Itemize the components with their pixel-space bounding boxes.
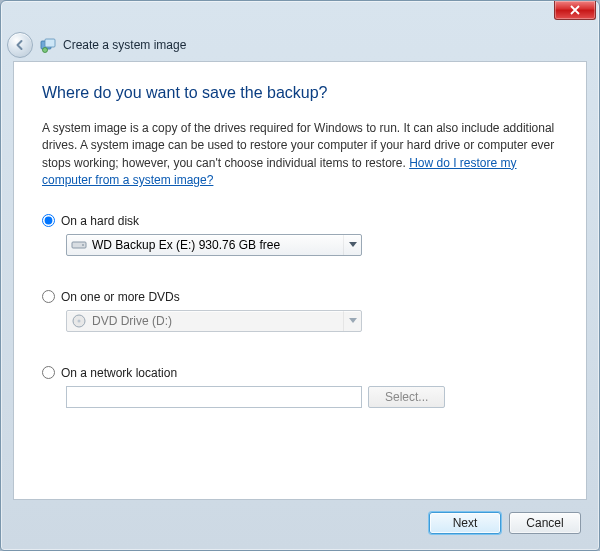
wizard-window: Create a system image Where do you want … <box>0 0 600 551</box>
titlebar <box>1 1 599 29</box>
radio-dvd[interactable] <box>42 290 55 303</box>
radio-network[interactable] <box>42 366 55 379</box>
footer-buttons: Next Cancel <box>13 506 587 540</box>
option-network: On a network location Select... <box>42 366 558 408</box>
content-area: Where do you want to save the backup? A … <box>13 61 587 500</box>
label-dvd: On one or more DVDs <box>61 290 180 304</box>
combo-dvd-value: DVD Drive (D:) <box>92 314 172 328</box>
svg-point-2 <box>43 48 48 53</box>
svg-rect-3 <box>72 242 86 248</box>
select-network-button[interactable]: Select... <box>368 386 445 408</box>
back-button[interactable] <box>7 32 33 58</box>
combo-hard-disk[interactable]: WD Backup Ex (E:) 930.76 GB free <box>66 234 362 256</box>
dvd-drive-icon <box>71 313 87 329</box>
system-image-icon <box>39 36 57 54</box>
option-dvd: On one or more DVDs DVD Drive (D:) <box>42 290 558 332</box>
header-strip: Create a system image <box>1 29 599 61</box>
chevron-down-icon <box>343 235 361 255</box>
page-heading: Where do you want to save the backup? <box>42 84 558 102</box>
next-button[interactable]: Next <box>429 512 501 534</box>
option-hard-disk: On a hard disk WD Backup Ex (E:) 930.76 … <box>42 214 558 256</box>
hard-disk-icon <box>71 237 87 253</box>
label-network: On a network location <box>61 366 177 380</box>
svg-point-6 <box>78 319 81 322</box>
network-path-input[interactable] <box>66 386 362 408</box>
window-title: Create a system image <box>63 38 186 52</box>
close-button[interactable] <box>554 1 596 20</box>
cancel-button[interactable]: Cancel <box>509 512 581 534</box>
label-hard-disk: On a hard disk <box>61 214 139 228</box>
svg-rect-1 <box>45 39 55 47</box>
radio-hard-disk[interactable] <box>42 214 55 227</box>
back-arrow-icon <box>13 38 27 52</box>
combo-hard-disk-value: WD Backup Ex (E:) 930.76 GB free <box>92 238 280 252</box>
chevron-down-icon <box>343 311 361 331</box>
page-description: A system image is a copy of the drives r… <box>42 120 558 190</box>
close-icon <box>570 5 580 15</box>
combo-dvd[interactable]: DVD Drive (D:) <box>66 310 362 332</box>
svg-point-4 <box>82 244 84 246</box>
